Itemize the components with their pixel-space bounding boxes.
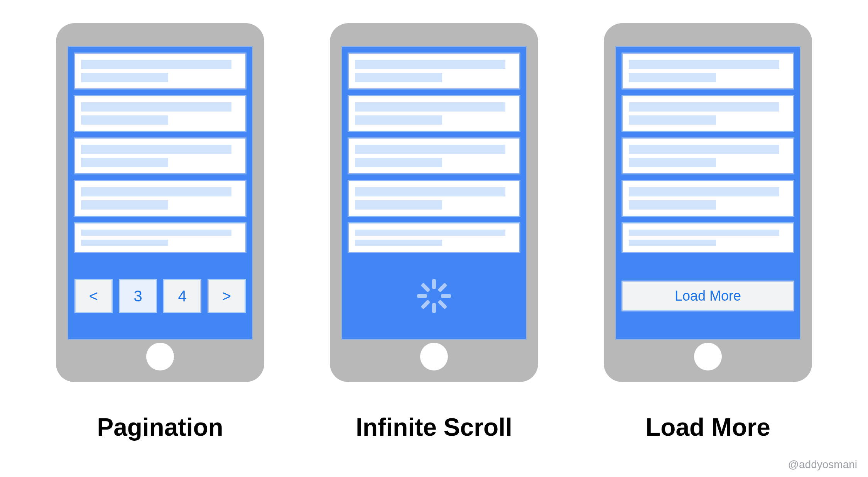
- pattern-label: Load More: [645, 413, 770, 441]
- placeholder-line: [629, 115, 716, 125]
- list-item: [621, 95, 794, 132]
- pattern-label: Pagination: [97, 413, 223, 441]
- placeholder-line: [355, 200, 442, 210]
- placeholder-line: [355, 73, 442, 82]
- placeholder-line: [629, 187, 779, 196]
- placeholder-line: [629, 158, 716, 167]
- placeholder-line: [81, 60, 231, 69]
- home-button-icon: [694, 343, 722, 370]
- prev-page-button[interactable]: <: [74, 279, 113, 313]
- placeholder-line: [81, 158, 168, 167]
- placeholder-line: [629, 230, 779, 236]
- pagination-controls: < 3 4 >: [74, 259, 247, 333]
- phone-screen: Load More: [615, 46, 800, 340]
- placeholder-line: [355, 240, 442, 246]
- list-item: [621, 222, 794, 253]
- phone-frame: Load More: [604, 23, 812, 382]
- list-item: [74, 222, 247, 253]
- phone-screen: [341, 46, 527, 340]
- pattern-pagination: < 3 4 > Pagination: [56, 23, 264, 441]
- list-item: [348, 222, 520, 253]
- attribution-text: @addyosmani: [788, 458, 857, 471]
- diagram-container: < 3 4 > Pagination: [0, 0, 868, 441]
- pattern-infinite-scroll: Infinite Scroll: [330, 23, 538, 441]
- placeholder-line: [81, 115, 168, 125]
- pattern-label: Infinite Scroll: [356, 413, 512, 441]
- placeholder-line: [355, 115, 442, 125]
- pattern-load-more: Load More Load More: [604, 23, 812, 441]
- phone-screen: < 3 4 >: [68, 46, 253, 340]
- placeholder-line: [81, 102, 231, 112]
- placeholder-line: [629, 102, 779, 112]
- list-item: [621, 180, 794, 217]
- placeholder-line: [81, 240, 168, 246]
- placeholder-line: [81, 187, 231, 196]
- next-page-button[interactable]: >: [208, 279, 246, 313]
- placeholder-line: [355, 230, 505, 236]
- loading-area: [348, 259, 520, 333]
- placeholder-line: [629, 60, 779, 69]
- placeholder-line: [355, 60, 505, 69]
- list-item: [348, 95, 520, 132]
- spinner-icon: [417, 279, 451, 313]
- placeholder-line: [81, 200, 168, 210]
- home-button-icon: [146, 343, 174, 370]
- placeholder-line: [629, 240, 716, 246]
- load-more-button[interactable]: Load More: [621, 281, 794, 311]
- phone-frame: < 3 4 >: [56, 23, 264, 382]
- placeholder-line: [355, 102, 505, 112]
- placeholder-line: [629, 200, 716, 210]
- placeholder-line: [629, 73, 716, 82]
- phone-frame: [330, 23, 538, 382]
- list-item: [348, 180, 520, 217]
- placeholder-line: [81, 145, 231, 154]
- placeholder-line: [355, 158, 442, 167]
- list-item: [348, 52, 520, 90]
- placeholder-line: [355, 187, 505, 196]
- placeholder-line: [81, 73, 168, 82]
- placeholder-line: [355, 145, 505, 154]
- placeholder-line: [629, 145, 779, 154]
- page-number-button[interactable]: 4: [163, 279, 201, 313]
- list-item: [74, 95, 247, 132]
- load-more-area: Load More: [621, 259, 794, 333]
- list-item: [74, 180, 247, 217]
- placeholder-line: [81, 230, 231, 236]
- list-item: [621, 137, 794, 174]
- list-item: [74, 52, 247, 90]
- list-item: [621, 52, 794, 90]
- home-button-icon: [420, 343, 448, 370]
- page-number-button[interactable]: 3: [119, 279, 157, 313]
- list-item: [348, 137, 520, 174]
- list-item: [74, 137, 247, 174]
